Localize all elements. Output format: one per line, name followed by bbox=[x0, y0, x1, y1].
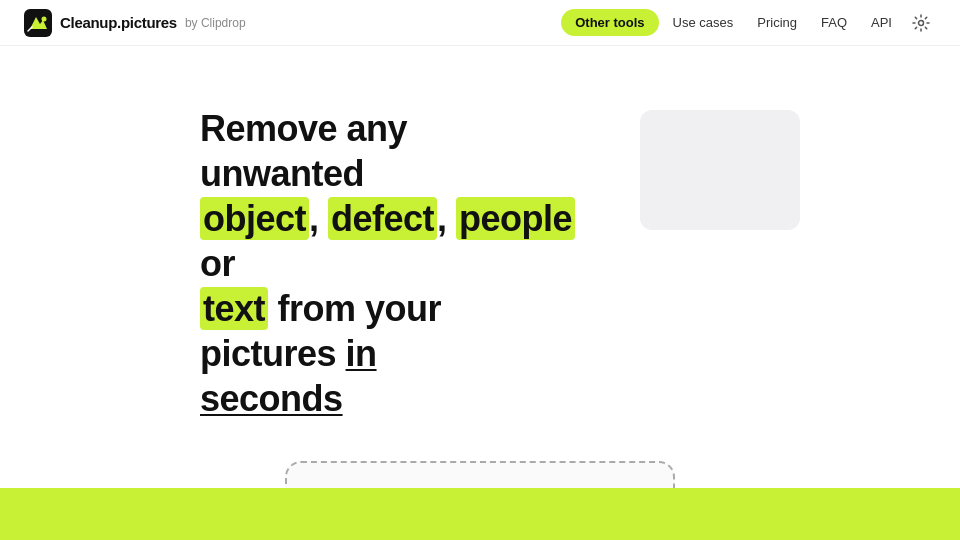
hero-line1: Remove any unwanted bbox=[200, 108, 407, 194]
svg-point-2 bbox=[919, 20, 924, 25]
hero-or: or bbox=[200, 243, 235, 284]
navbar-brand: Cleanup.pictures by Clipdrop bbox=[24, 9, 246, 37]
hero-in: in bbox=[346, 333, 377, 374]
bottom-bar bbox=[0, 488, 960, 540]
navbar: Cleanup.pictures by Clipdrop Other tools… bbox=[0, 0, 960, 46]
api-link[interactable]: API bbox=[861, 9, 902, 36]
hero-word-text: text bbox=[200, 287, 268, 330]
other-tools-button[interactable]: Other tools bbox=[561, 9, 658, 36]
hero-word-people: people bbox=[456, 197, 575, 240]
svg-point-1 bbox=[42, 16, 47, 21]
hero-word-object: object bbox=[200, 197, 309, 240]
hero-comma1: , bbox=[309, 198, 319, 239]
brand-name: Cleanup.pictures bbox=[60, 14, 177, 31]
image-preview-placeholder bbox=[640, 110, 800, 230]
use-cases-link[interactable]: Use cases bbox=[663, 9, 744, 36]
hero-comma2: , bbox=[437, 198, 447, 239]
hero-word-defect: defect bbox=[328, 197, 437, 240]
hero-title: Remove any unwanted object, defect, peop… bbox=[200, 106, 580, 421]
pricing-link[interactable]: Pricing bbox=[747, 9, 807, 36]
logo-icon bbox=[24, 9, 52, 37]
navbar-links: Other tools Use cases Pricing FAQ API bbox=[561, 8, 936, 38]
hero-text-section: Remove any unwanted object, defect, peop… bbox=[200, 106, 580, 421]
hero-seconds: seconds bbox=[200, 378, 343, 419]
settings-icon bbox=[912, 14, 930, 32]
brand-by: by Clipdrop bbox=[185, 16, 246, 30]
faq-link[interactable]: FAQ bbox=[811, 9, 857, 36]
main-content: Remove any unwanted object, defect, peop… bbox=[0, 46, 960, 421]
settings-button[interactable] bbox=[906, 8, 936, 38]
